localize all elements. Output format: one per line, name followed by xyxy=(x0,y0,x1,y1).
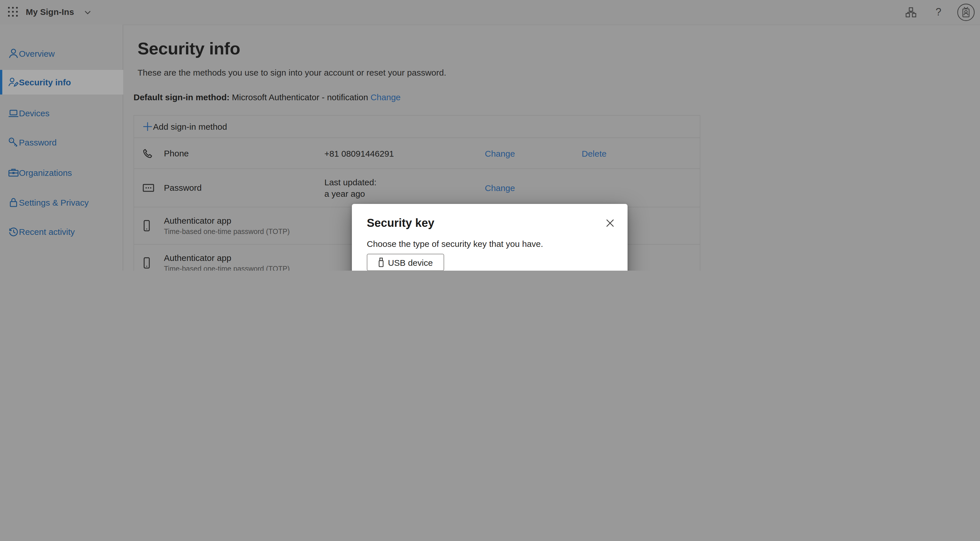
phone-handset-icon xyxy=(143,148,154,159)
dialog-title: Security key xyxy=(367,217,434,230)
change-link[interactable]: Change xyxy=(485,183,515,193)
page-subtitle: These are the methods you use to sign in… xyxy=(138,68,446,77)
usb-button-label: USB device xyxy=(388,257,433,267)
account-avatar[interactable] xyxy=(957,0,975,25)
app-launcher-waffle-icon[interactable] xyxy=(8,7,18,17)
add-signin-method-row[interactable]: Add sign-in method xyxy=(134,116,700,138)
method-sublabel: Time-based one-time password (TOTP) xyxy=(164,265,290,271)
organization-switcher-icon[interactable] xyxy=(905,0,916,25)
security-key-dialog: Security key Choose the type of security… xyxy=(352,204,628,271)
usb-stick-icon xyxy=(378,257,384,268)
add-method-label: Add sign-in method xyxy=(153,122,227,132)
default-method-change-link[interactable]: Change xyxy=(371,92,401,102)
method-value: +81 08091446291 xyxy=(325,148,394,158)
plus-icon xyxy=(143,122,153,132)
change-link[interactable]: Change xyxy=(485,148,515,158)
password-updated-ago: a year ago xyxy=(325,189,377,198)
table-row-password: Password Last updated: a year ago Change xyxy=(134,168,700,207)
sidebar-item-recent-activity[interactable]: Recent activity xyxy=(0,219,123,244)
sidebar-item-label: Devices xyxy=(19,108,49,118)
default-method-label: Default sign-in method: xyxy=(134,92,229,102)
sidebar-item-settings-privacy[interactable]: Settings & Privacy xyxy=(0,190,123,215)
page: My Sign-Ins ? xyxy=(0,0,980,271)
sidebar-item-label: Organizations xyxy=(19,168,72,178)
mobile-phone-icon xyxy=(143,220,154,232)
sidebar-item-devices[interactable]: Devices xyxy=(0,101,123,125)
delete-link[interactable]: Delete xyxy=(582,148,607,158)
default-signin-method-line: Default sign-in method: Microsoft Authen… xyxy=(134,92,401,102)
person-edit-icon xyxy=(8,77,19,88)
password-dots-icon xyxy=(143,183,154,192)
close-icon[interactable] xyxy=(603,216,617,230)
sidebar-item-label: Overview xyxy=(19,49,55,59)
top-app-bar: My Sign-Ins ? xyxy=(0,0,980,25)
app-title[interactable]: My Sign-Ins xyxy=(26,7,74,17)
sidebar-item-label: Security info xyxy=(19,77,71,87)
default-method-value: Microsoft Authenticator - notification xyxy=(232,92,368,102)
method-label: Phone xyxy=(164,148,189,158)
sidebar-item-label: Settings & Privacy xyxy=(19,198,89,207)
sidebar-item-label: Password xyxy=(19,138,57,147)
sidebar-item-password[interactable]: Password xyxy=(0,130,123,155)
method-label: Authenticator app xyxy=(164,216,231,225)
person-icon xyxy=(8,48,19,59)
briefcase-icon xyxy=(8,167,19,178)
mobile-phone-icon xyxy=(143,257,154,269)
usb-device-button[interactable]: USB device xyxy=(367,254,444,271)
laptop-icon xyxy=(8,108,19,119)
app-title-chevron-down-icon[interactable] xyxy=(84,0,91,25)
method-label: Authenticator app xyxy=(164,253,231,263)
help-icon[interactable]: ? xyxy=(933,0,944,25)
password-last-updated: Last updated: xyxy=(325,177,377,187)
table-row-phone: Phone +81 08091446291 Change Delete xyxy=(134,138,700,168)
sidebar-item-organizations[interactable]: Organizations xyxy=(0,160,123,185)
dialog-description: Choose the type of security key that you… xyxy=(367,239,543,249)
history-icon xyxy=(8,226,19,237)
key-icon xyxy=(8,137,19,148)
page-title: Security info xyxy=(138,39,240,59)
method-label: Password xyxy=(164,183,202,192)
sidebar-nav: Overview Security info Devices xyxy=(0,25,123,271)
lock-icon xyxy=(8,197,19,208)
sidebar-item-overview[interactable]: Overview xyxy=(0,41,123,66)
method-sublabel: Time-based one-time password (TOTP) xyxy=(164,228,290,236)
sidebar-item-security-info[interactable]: Security info xyxy=(0,70,123,95)
sidebar-item-label: Recent activity xyxy=(19,227,75,236)
